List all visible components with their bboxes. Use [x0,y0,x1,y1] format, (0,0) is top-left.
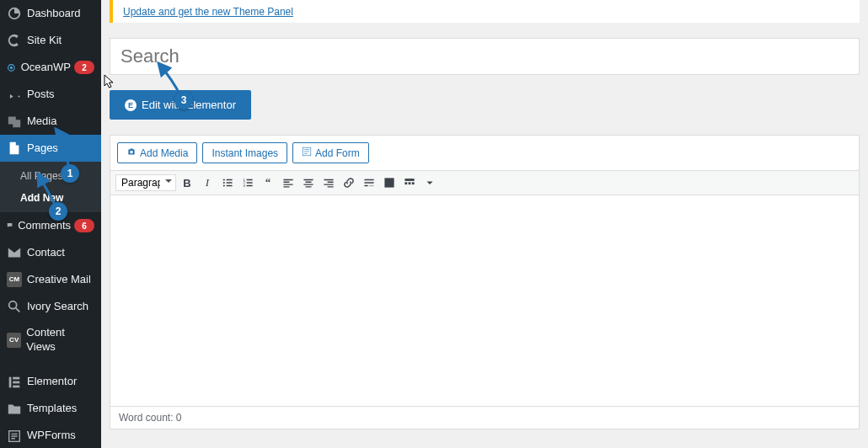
media-bar: Add Media Instant Images Add Form [110,136,859,170]
svg-rect-4 [13,376,19,379]
main-content: Update and get the new Theme Panel E Edi… [101,0,868,448]
admin-sidebar: Dashboard Site Kit OceanWP 2 Posts Media… [0,0,101,448]
comments-badge: 6 [74,219,94,232]
svg-rect-21 [412,182,415,184]
svg-rect-19 [405,182,407,184]
svg-point-11 [223,179,225,180]
read-more-button[interactable] [360,173,378,192]
editor-toolbar: Paragraph B I 123 “ [110,170,859,195]
editor-box: Add Media Instant Images Add Form Paragr… [110,135,860,429]
italic-button[interactable]: I [198,173,217,192]
sitekit-icon [7,33,22,48]
sidebar-item-templates[interactable]: Templates [0,396,101,423]
svg-point-13 [223,184,225,186]
form-icon [302,147,312,159]
sidebar-item-label: Media [27,115,56,129]
svg-rect-17 [384,178,394,187]
sidebar-item-creative-mail[interactable]: CM Creative Mail [0,266,101,293]
blockquote-button[interactable]: “ [259,173,277,192]
sidebar-item-label: OceanWP [21,61,71,75]
sidebar-item-label: Posts [27,88,55,102]
editor-content-area[interactable] [110,195,859,406]
page-title-input[interactable] [110,38,860,75]
sidebar-item-label: WPForms [27,429,76,443]
comments-icon [7,218,13,233]
oceanwp-icon [7,60,16,75]
admin-notice: Update and get the new Theme Panel [110,0,860,23]
sidebar-item-label: Contact [27,246,65,260]
svg-rect-3 [9,376,12,387]
sidebar-item-media[interactable]: Media [0,108,101,135]
annotation-badge-2: 2 [49,202,67,221]
sidebar-item-label: Elementor [27,375,77,389]
svg-point-12 [223,182,225,184]
notice-link[interactable]: Update and get the new Theme Panel [123,6,293,18]
sidebar-item-label: Comments [18,219,71,233]
cm-icon: CM [7,272,22,287]
sidebar-item-pages[interactable]: Pages [0,135,101,162]
pin-icon [7,87,22,102]
sidebar-item-label: Pages [27,141,58,156]
format-select[interactable]: Paragraph [115,174,176,191]
bold-button[interactable]: B [178,173,196,192]
sidebar-item-label: Site Kit [27,34,62,48]
title-wrap [110,38,860,75]
elementor-logo-icon: E [125,99,137,111]
svg-rect-5 [13,381,19,383]
annotation-badge-1: 1 [61,164,79,183]
search-icon [7,299,22,314]
numbered-list-button[interactable]: 123 [238,173,257,192]
sidebar-item-label: Templates [27,402,77,416]
add-form-button[interactable]: Add Form [292,142,369,163]
media-icon [7,114,22,129]
word-count: Word count: 0 [119,412,181,424]
form-icon [7,429,22,444]
camera-icon [126,147,137,159]
svg-point-2 [9,301,17,309]
sidebar-item-label: Dashboard [27,7,81,21]
sidebar-item-wpforms[interactable]: WPForms [0,423,101,448]
editor-status-bar: Word count: 0 [110,406,859,429]
page-icon [7,141,22,156]
sidebar-item-elementor[interactable]: Elementor [0,369,101,396]
mail-icon [7,245,22,260]
instant-images-label: Instant Images [212,147,278,159]
sidebar-item-content-views[interactable]: CV Content Views [0,320,101,360]
mouse-cursor-icon [104,74,115,89]
format-select-wrap: Paragraph [115,174,176,191]
sidebar-item-label: Content Views [26,326,94,355]
add-media-button[interactable]: Add Media [117,142,197,163]
bullet-list-button[interactable] [218,173,237,192]
sidebar-item-label: Ivory Search [27,300,88,314]
dashboard-icon [7,6,22,21]
folder-icon [7,402,22,417]
align-right-button[interactable] [319,173,338,192]
sidebar-item-contact[interactable]: Contact [0,239,101,266]
align-center-button[interactable] [299,173,318,192]
submenu-all-pages[interactable]: All Pages [0,165,101,187]
sidebar-item-dashboard[interactable]: Dashboard [0,0,101,27]
svg-point-1 [10,66,13,68]
sidebar-item-sitekit[interactable]: Site Kit [0,27,101,54]
link-button[interactable] [340,173,358,192]
add-form-label: Add Form [315,147,360,159]
add-media-label: Add Media [140,147,188,159]
svg-point-9 [130,151,133,154]
elementor-icon [7,375,22,390]
toolbar-toggle-button[interactable] [400,173,419,192]
annotation-badge-3: 3 [174,91,193,109]
svg-rect-18 [405,179,414,181]
sidebar-item-label: Creative Mail [27,273,91,287]
instant-images-button[interactable]: Instant Images [202,142,287,163]
fullscreen-button[interactable] [380,173,399,192]
cv-icon: CV [7,333,21,348]
sidebar-item-posts[interactable]: Posts [0,81,101,108]
svg-text:3: 3 [243,184,245,188]
sidebar-item-ivory-search[interactable]: Ivory Search [0,293,101,320]
chevron-down-icon[interactable] [421,173,439,192]
svg-rect-20 [409,182,411,184]
oceanwp-badge: 2 [74,61,94,74]
sidebar-item-oceanwp[interactable]: OceanWP 2 [0,54,101,81]
align-left-button[interactable] [279,173,297,192]
svg-rect-6 [13,385,19,387]
